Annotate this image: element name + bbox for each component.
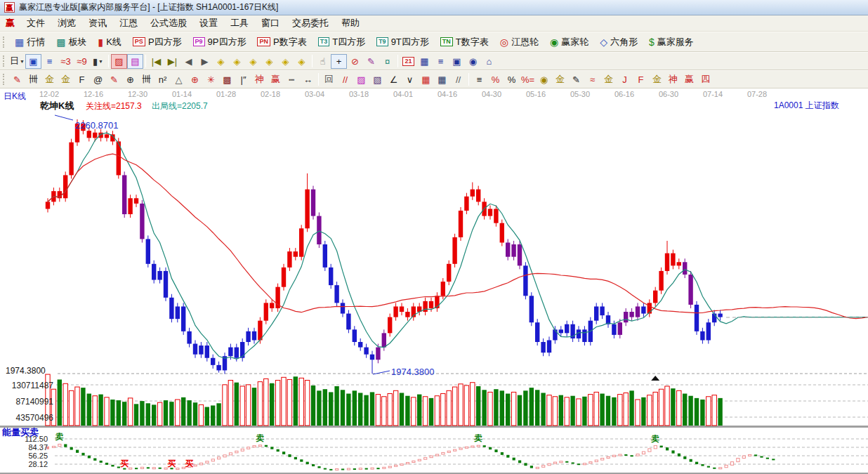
nav-last-button[interactable]: ▶| (164, 54, 180, 69)
crosshair-tool[interactable]: + (331, 54, 347, 69)
angle-lines-tool[interactable]: ∠ (386, 72, 402, 87)
target-bars-tool[interactable]: ≡ (471, 72, 487, 87)
gann-wheel-button[interactable]: ◎江恩轮 (494, 33, 544, 51)
menu-item-工具[interactable]: 工具 (224, 15, 255, 31)
gold-comb-tool[interactable]: 金 (41, 72, 58, 87)
quotes-button[interactable]: ▦行情 (9, 33, 51, 51)
gold-angle2-tool[interactable]: 金 (649, 72, 665, 87)
f-angle-tool[interactable]: F (633, 72, 649, 87)
box-select-tool[interactable]: 回 (321, 72, 337, 87)
report-tool[interactable]: ≡ (433, 54, 449, 69)
shen-comb-tool[interactable]: 神 (251, 72, 268, 87)
remote-service-tool[interactable]: ⌂ (481, 54, 497, 69)
comb-tool[interactable]: 卌 (25, 72, 41, 87)
period-label: 日K线 (4, 91, 26, 103)
kline-button[interactable]: ▮K线 (92, 33, 126, 51)
wave-gold-tool[interactable]: ≈ (584, 72, 600, 87)
gold-comb2-tool[interactable]: 金 (58, 72, 74, 87)
t-number-button[interactable]: TNT数字表 (435, 33, 494, 51)
save-tool[interactable]: ▣ (449, 54, 465, 69)
volume-profile-tool[interactable]: ▤ (127, 54, 143, 69)
cycle-circle-tool[interactable]: ⊕ (122, 72, 138, 87)
win-comb-tool[interactable]: 赢 (268, 72, 284, 87)
diamond-shift-left-button[interactable]: ◈ (213, 54, 229, 69)
grid-comb-tool[interactable]: 卌 (138, 72, 154, 87)
j-angle-tool[interactable]: J (617, 72, 633, 87)
calendar-tool[interactable]: 21 (400, 54, 416, 69)
date-tick: 02-18 (252, 90, 289, 98)
arrow-pen-tool[interactable]: ✎ (568, 72, 584, 87)
main-chart-canvas[interactable]: 卖卖卖卖买买买 (0, 88, 868, 474)
menu-item-资讯[interactable]: 资讯 (82, 15, 113, 31)
mirror-icon: △ (176, 74, 183, 85)
p9-square-button[interactable]: P99P四方形 (188, 33, 252, 51)
t9-square-button[interactable]: T99T四方形 (371, 33, 435, 51)
nav-first-button[interactable]: |◀ (148, 54, 164, 69)
shen-angle-tool[interactable]: 神 (665, 72, 681, 87)
fan-lines-tool[interactable]: // (337, 72, 353, 87)
zone-highlight-tool[interactable]: ▨ (111, 54, 127, 69)
diamond-expand-button[interactable]: ◈ (245, 54, 261, 69)
grid-red-tool[interactable]: ▦ (418, 72, 434, 87)
gold-angle-tool[interactable]: 金 (600, 72, 617, 87)
nav-next-button[interactable]: ▶ (197, 54, 213, 69)
hand-drag-tool[interactable]: ☝ (315, 54, 331, 69)
winner-wheel-button[interactable]: ◉赢家轮 (544, 33, 594, 51)
gann-box2-tool[interactable]: ▧ (369, 72, 386, 87)
gold-circle-tool[interactable]: ◉ (536, 72, 552, 87)
menu-item-公式选股[interactable]: 公式选股 (144, 15, 193, 31)
mirror-tool[interactable]: △ (171, 72, 187, 87)
gold-level-tool[interactable]: 金 (552, 72, 568, 87)
menu-item-窗口[interactable]: 窗口 (255, 15, 286, 31)
diamond-shift-right-button[interactable]: ◈ (229, 54, 245, 69)
menu-item-江恩[interactable]: 江恩 (113, 15, 144, 31)
ruler-123-tool[interactable]: ┉ (284, 72, 300, 87)
pen2-tool[interactable]: ✎ (106, 72, 122, 87)
win-angle-tool[interactable]: 赢 (681, 72, 697, 87)
notepad-tool[interactable]: ✎ (363, 54, 379, 69)
width-measure-tool[interactable]: ↔ (300, 72, 316, 87)
trend-pen-tool[interactable]: ✎ (9, 72, 25, 87)
calculator-tool[interactable]: ▦ (416, 54, 433, 69)
percent-tool[interactable]: % (504, 72, 520, 87)
wave-9-tool[interactable]: ≈9 (74, 54, 90, 69)
pattern-match-tool[interactable]: ¤ (379, 54, 395, 69)
diamond-full-button[interactable]: ◈ (294, 54, 310, 69)
delete-line-tool[interactable]: ⊘ (347, 54, 363, 69)
period-day-selector[interactable]: 日▼ (9, 54, 25, 69)
winner-service-button[interactable]: $赢家服务 (643, 33, 699, 51)
spider-web-tool[interactable]: ▩ (219, 72, 235, 87)
diamond-compress-button[interactable]: ◈ (261, 54, 277, 69)
gann-box-tool[interactable]: ▨ (353, 72, 369, 87)
nav-prev-button[interactable]: ◀ (180, 54, 197, 69)
percent-level-tool[interactable]: %= (520, 72, 536, 87)
menu-item-浏览[interactable]: 浏览 (51, 15, 82, 31)
p-number-button[interactable]: PNP数字表 (251, 33, 312, 51)
hexagon-button[interactable]: ◇六角形 (594, 33, 643, 51)
date-tick: 04-16 (429, 90, 466, 98)
parallel-lines-tool[interactable]: // (450, 72, 466, 87)
net-update-tool[interactable]: ◉ (465, 54, 481, 69)
four-angle-tool[interactable]: 四 (697, 72, 714, 87)
web-star-tool[interactable]: ✳ (203, 72, 219, 87)
menu-item-设置[interactable]: 设置 (193, 15, 224, 31)
diamond-star-button[interactable]: ◈ (277, 54, 294, 69)
gann-grid-toggle[interactable]: ▣ (25, 54, 41, 69)
wave-3-tool[interactable]: ≈3 (58, 54, 74, 69)
sectors-button[interactable]: ▩板块 (51, 33, 92, 51)
spiral-tool[interactable]: @ (90, 72, 106, 87)
menu-item-帮助[interactable]: 帮助 (335, 15, 366, 31)
grid-dark-tool[interactable]: ▦ (434, 72, 450, 87)
n2-cycle-tool[interactable]: n² (154, 72, 171, 87)
check-line-tool[interactable]: ∨ (402, 72, 418, 87)
candle-style-selector[interactable]: ▮▼ (90, 54, 106, 69)
p-square-button[interactable]: PSP四方形 (127, 33, 188, 51)
t-square-button[interactable]: T3T四方形 (313, 33, 371, 51)
menu-item-交易委托[interactable]: 交易委托 (286, 15, 335, 31)
info-panel-button[interactable]: ≡ (41, 54, 58, 69)
f-comb-tool[interactable]: F (74, 72, 90, 87)
percent-line-tool[interactable]: % (487, 72, 504, 87)
tick-mark-tool[interactable]: |″ (235, 72, 251, 87)
circle-cross-tool[interactable]: ⊕ (187, 72, 203, 87)
menu-item-文件[interactable]: 文件 (20, 15, 51, 31)
